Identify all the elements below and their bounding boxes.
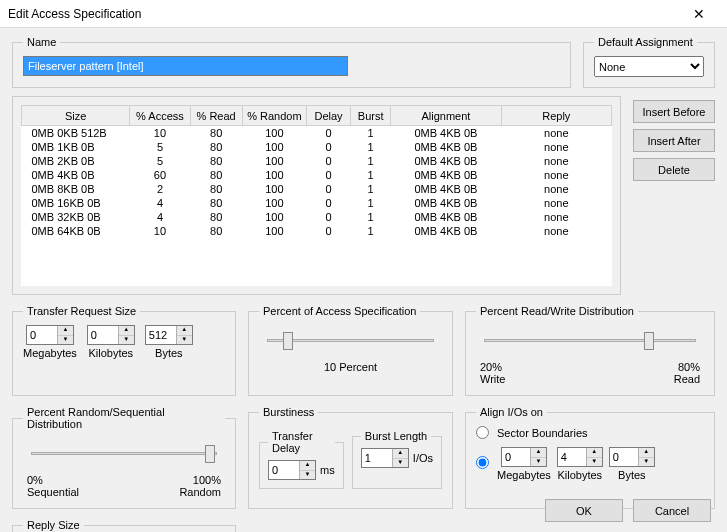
title-bar: Edit Access Specification ✕ [0, 0, 727, 28]
trs-b-spinner[interactable]: ▲▼ [145, 325, 193, 345]
burst-length-spinner[interactable]: ▲▼ [361, 448, 409, 468]
table-header[interactable]: Delay [306, 106, 350, 126]
ok-button[interactable]: OK [545, 499, 623, 522]
percent-random-group: Percent Random/Sequential Distribution 0… [12, 406, 236, 509]
table-header[interactable]: Size [22, 106, 130, 126]
cancel-button[interactable]: Cancel [633, 499, 711, 522]
name-legend: Name [23, 36, 60, 48]
delete-button[interactable]: Delete [633, 158, 715, 181]
table-row[interactable]: 0MB 4KB 0B6080100010MB 4KB 0Bnone [22, 168, 612, 182]
insert-before-button[interactable]: Insert Before [633, 100, 715, 123]
transfer-delay-group: Transfer Delay ▲▼ ms [259, 430, 344, 489]
burst-length-group: Burst Length ▲▼ I/Os [352, 430, 442, 489]
transfer-size-group: Transfer Request Size ▲▼ Megabytes ▲▼ Ki… [12, 305, 236, 396]
align-kb-spinner[interactable]: ▲▼ [557, 447, 603, 467]
default-assignment-group: Default Assignment None [583, 36, 715, 88]
align-sector-radio[interactable] [476, 426, 489, 439]
percent-access-slider[interactable] [267, 329, 434, 357]
reply-size-group: Reply Size No Reply ▲▼Megabytes ▲▼Kiloby… [12, 519, 236, 532]
table-header[interactable]: % Random [242, 106, 306, 126]
default-assignment-legend: Default Assignment [594, 36, 697, 48]
align-custom-radio[interactable] [476, 456, 489, 469]
table-row[interactable]: 0MB 16KB 0B480100010MB 4KB 0Bnone [22, 196, 612, 210]
percent-access-group: Percent of Access Specification 10 Perce… [248, 305, 453, 396]
transfer-delay-spinner[interactable]: ▲▼ [268, 460, 316, 480]
trs-kb-spinner[interactable]: ▲▼ [87, 325, 135, 345]
table-row[interactable]: 0MB 32KB 0B480100010MB 4KB 0Bnone [22, 210, 612, 224]
name-input[interactable]: Fileserver pattern [Intel] [23, 56, 348, 76]
table-header[interactable]: Reply [501, 106, 611, 126]
align-mb-spinner[interactable]: ▲▼ [501, 447, 547, 467]
table-row[interactable]: 0MB 0KB 512B1080100010MB 4KB 0Bnone [22, 126, 612, 141]
trs-mb-spinner[interactable]: ▲▼ [26, 325, 74, 345]
percent-random-slider[interactable] [31, 442, 217, 470]
insert-after-button[interactable]: Insert After [633, 129, 715, 152]
burstiness-group: Burstiness Transfer Delay ▲▼ ms Burst Le… [248, 406, 453, 509]
align-group: Align I/Os on Sector Boundaries ▲▼Megaby… [465, 406, 715, 509]
name-group: Name Fileserver pattern [Intel] [12, 36, 571, 88]
table-row[interactable]: 0MB 2KB 0B580100010MB 4KB 0Bnone [22, 154, 612, 168]
table-header[interactable]: Burst [351, 106, 391, 126]
table-header[interactable]: Alignment [391, 106, 501, 126]
window-title: Edit Access Specification [8, 7, 679, 21]
percent-rw-group: Percent Read/Write Distribution 20%Write… [465, 305, 715, 396]
table-header[interactable]: % Access [130, 106, 190, 126]
table-row[interactable]: 0MB 64KB 0B1080100010MB 4KB 0Bnone [22, 224, 612, 238]
table-header[interactable]: % Read [190, 106, 242, 126]
align-b-spinner[interactable]: ▲▼ [609, 447, 655, 467]
access-table-wrap: Size% Access% Read% RandomDelayBurstAlig… [12, 96, 621, 295]
percent-rw-slider[interactable] [484, 329, 696, 357]
default-assignment-select[interactable]: None [594, 56, 704, 77]
access-table[interactable]: Size% Access% Read% RandomDelayBurstAlig… [21, 105, 612, 238]
table-row[interactable]: 0MB 1KB 0B580100010MB 4KB 0Bnone [22, 140, 612, 154]
close-icon[interactable]: ✕ [679, 0, 719, 28]
table-row[interactable]: 0MB 8KB 0B280100010MB 4KB 0Bnone [22, 182, 612, 196]
